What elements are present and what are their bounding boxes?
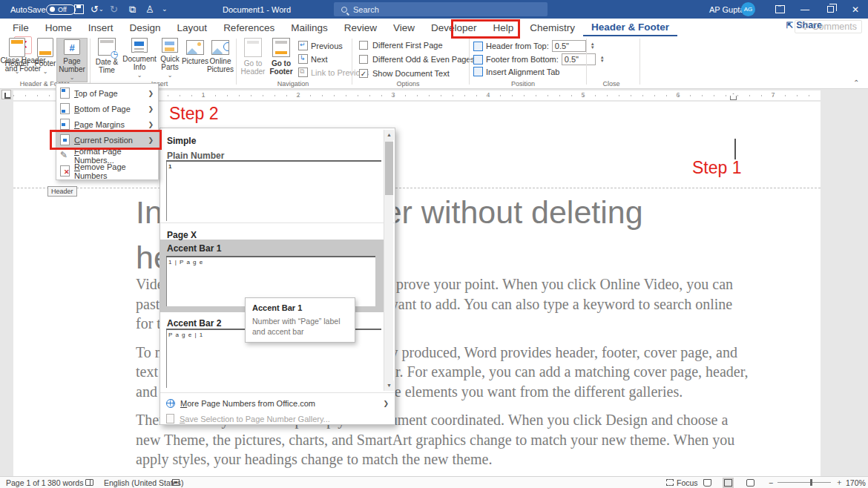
text-cursor: [734, 139, 736, 159]
date-time-button[interactable]: Date & Time: [92, 38, 122, 79]
zoom-slider-thumb[interactable]: [810, 479, 812, 486]
ribbon-display-options-icon: [775, 5, 785, 13]
pictures-button[interactable]: Pictures: [183, 38, 208, 79]
menu-item-format-page-numbers[interactable]: Format Page Numbers...: [56, 148, 158, 163]
autosave-toggle[interactable]: Off: [46, 0, 76, 19]
group-label-close: Close: [588, 80, 634, 88]
insert-alignment-tab-icon: [473, 67, 483, 76]
header-boundary-line: [13, 188, 821, 188]
tab-mailings[interactable]: Mailings: [283, 19, 336, 36]
format-page-numbers-icon: [60, 150, 70, 161]
online-pictures-button[interactable]: Online Pictures: [205, 38, 236, 79]
document-info-button[interactable]: Document Info⌄: [122, 38, 157, 79]
zoom-level[interactable]: 170%: [846, 477, 866, 488]
tab-insert[interactable]: Insert: [80, 19, 122, 36]
footer-button[interactable]: Footer⌄: [33, 38, 58, 79]
close-window-button[interactable]: ✕: [844, 0, 867, 19]
group-label-navigation: Navigation: [245, 80, 341, 88]
footer-from-bottom-input[interactable]: 0.5": [562, 53, 596, 65]
tab-references[interactable]: References: [215, 19, 283, 36]
tab-header-footer[interactable]: Header & Footer: [583, 19, 677, 36]
comments-button[interactable]: 🗨Comments: [795, 20, 862, 33]
save-button[interactable]: [74, 0, 84, 19]
checkbox-icon: ✓: [359, 69, 368, 78]
restore-button[interactable]: [819, 0, 841, 19]
tab-selector[interactable]: [1, 90, 11, 99]
word-count[interactable]: 380 words: [47, 477, 83, 488]
ruler-number: 3: [391, 91, 395, 99]
user-name[interactable]: AP Gupta: [709, 0, 745, 19]
page-number-gallery: Simple Plain Number 1 Page X Accent Bar …: [160, 128, 395, 425]
go-to-header-icon: [244, 38, 262, 57]
tab-file[interactable]: File: [4, 19, 37, 36]
ruler-number: 4: [486, 91, 490, 99]
focus-button[interactable]: Focus: [666, 477, 698, 488]
collapse-ribbon-button[interactable]: ⌃: [853, 79, 859, 87]
pictures-icon: [186, 40, 204, 55]
minimize-button[interactable]: —: [794, 0, 816, 19]
previous-button[interactable]: ↵ Previous: [298, 41, 343, 50]
tab-chemistry[interactable]: Chemistry: [522, 19, 583, 36]
macro-icon[interactable]: [172, 477, 180, 488]
tab-review[interactable]: Review: [336, 19, 385, 36]
zoom-out-button[interactable]: −: [769, 477, 773, 488]
menu-item-remove-page-numbers[interactable]: Remove Page Numbers: [56, 163, 158, 179]
print-layout-button[interactable]: [724, 477, 732, 488]
menu-item-bottom-of-page[interactable]: Bottom of Page❯: [56, 101, 158, 116]
proofing-icon[interactable]: [85, 477, 93, 488]
page-number-button[interactable]: # Page Number⌄: [56, 38, 88, 82]
header-from-top-input[interactable]: 0.5": [552, 40, 586, 52]
scroll-up-icon[interactable]: ▲: [384, 130, 394, 140]
header-button[interactable]: Header⌄: [4, 38, 30, 79]
link-to-previous-button[interactable]: ⧉ Link to Previous: [298, 67, 369, 77]
header-from-top-field[interactable]: Header from Top: 0.5" ▲▼: [473, 40, 595, 52]
tab-design[interactable]: Design: [122, 19, 169, 36]
search-input[interactable]: Search: [334, 2, 548, 16]
insert-alignment-tab-button[interactable]: Insert Alignment Tab: [473, 67, 559, 76]
gallery-item-accent-bar-2[interactable]: Accent Bar 2: [167, 318, 221, 329]
title-bar: AutoSave Off ↺⌄ ↻ ⧉ ♙ ⌄ Document1 - Word…: [0, 0, 868, 19]
footer-from-bottom-field[interactable]: Footer from Bottom: 0.5" ▲▼: [473, 53, 605, 65]
gallery-item-plain-number[interactable]: Plain Number: [167, 151, 224, 161]
online-pictures-icon: [211, 40, 229, 55]
scrollbar-thumb[interactable]: [385, 142, 393, 195]
avatar[interactable]: AG: [741, 2, 755, 16]
restore-icon: [827, 6, 834, 13]
remove-page-numbers-icon: [60, 165, 70, 177]
checkbox-different-odd-even-pages[interactable]: Different Odd & Even Pages: [359, 55, 475, 64]
previous-icon: ↵: [298, 41, 308, 50]
header-from-top-spinner[interactable]: ▲▼: [591, 42, 595, 50]
quick-parts-button[interactable]: Quick Parts⌄: [156, 38, 184, 79]
gallery-preview-plain-number[interactable]: 1: [166, 160, 381, 221]
page-indicator[interactable]: Page 1 of 1: [6, 477, 46, 488]
checkbox-different-first-page[interactable]: Different First Page: [359, 41, 443, 50]
redo-button[interactable]: ↻: [110, 0, 118, 19]
footer-from-bottom-spinner[interactable]: ▲▼: [600, 56, 605, 63]
tooltip-title: Accent Bar 1: [252, 303, 348, 312]
read-mode-button[interactable]: [703, 477, 711, 488]
gallery-scrollbar[interactable]: ▲ ▼: [384, 130, 393, 391]
undo-button[interactable]: ↺⌄: [91, 0, 104, 19]
quick-access-more-button[interactable]: ⌄: [162, 0, 168, 19]
go-to-footer-button[interactable]: Go to Footer: [267, 38, 295, 79]
ribbon-display-options-button[interactable]: [769, 0, 791, 19]
tab-home[interactable]: Home: [37, 19, 80, 36]
go-to-header-button[interactable]: Go to Header: [239, 38, 267, 79]
gallery-item-accent-bar-1[interactable]: Accent Bar 1: [167, 243, 221, 254]
document-info-icon: [131, 38, 148, 53]
submenu-arrow-icon: ❯: [148, 121, 154, 128]
checkbox-show-document-text[interactable]: ✓Show Document Text: [359, 69, 450, 78]
menu-item-top-of-page[interactable]: Top of Page❯: [56, 85, 158, 101]
tab-view[interactable]: View: [385, 19, 423, 36]
next-button[interactable]: ↳ Next: [298, 54, 328, 64]
zoom-slider[interactable]: [777, 477, 831, 488]
tab-layout[interactable]: Layout: [169, 19, 216, 36]
scroll-down-icon[interactable]: ▼: [384, 380, 394, 391]
org-chart-button[interactable]: ♙: [145, 0, 154, 19]
gallery-footer-more-page-numbers-from-office-com[interactable]: More Page Numbers from Office.com❯: [160, 395, 395, 411]
zoom-in-button[interactable]: ＋: [835, 477, 844, 488]
autosave-state: Off: [58, 6, 67, 13]
web-layout-button[interactable]: [746, 477, 754, 488]
gallery-footer-save-selection-to-page-number-gallery[interactable]: Save Selection to Page Number Gallery...: [160, 411, 395, 426]
copy-button[interactable]: ⧉: [129, 0, 136, 19]
